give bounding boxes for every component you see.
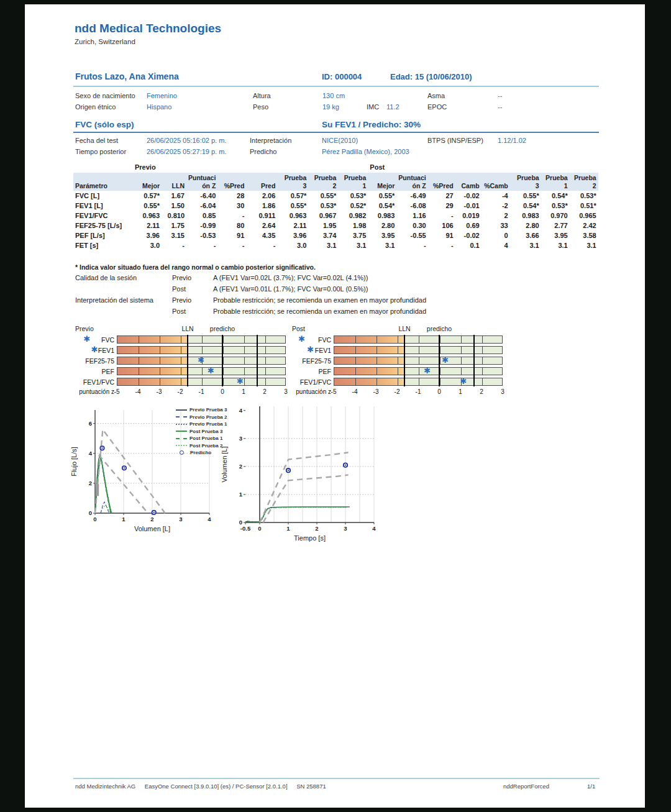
column-header: Puntuaci ón Z [396, 173, 427, 191]
patient-id: ID: 000004 [322, 72, 362, 81]
table-cell: 0.53* [338, 191, 368, 201]
cell-divider [482, 378, 483, 385]
section-title-fvc: FVC (sólo esp) [75, 120, 134, 129]
legend-item: Previo Prueba 1 [176, 421, 245, 428]
table-cell: 80 [217, 221, 246, 230]
parameter-name: FEF25-75 [L/s] [73, 221, 133, 230]
y-tick-label: 4 [89, 450, 93, 457]
axis-tick-label: 0 [221, 388, 224, 395]
zscore-row: FEV1✱ [292, 346, 504, 354]
system-interpretation-phase: Previo [172, 296, 191, 304]
predicho-marker-dot [153, 512, 155, 513]
x-tick-label: 1 [122, 516, 126, 522]
zscore-row: FEV1/FVC✱ [292, 378, 504, 386]
zscore-axis: puntuación z-5-4-3-2-10123 [292, 388, 507, 396]
table-cell: 0.53* [541, 201, 570, 211]
table-cell: 3.75 [338, 230, 368, 240]
cell-divider [419, 336, 419, 343]
y-tick-label: 2 [239, 463, 242, 470]
table-group-row: PrevioPost [73, 163, 598, 173]
axis-tick-label: -2 [178, 388, 183, 395]
cell-divider [202, 368, 203, 375]
column-header: Parámetro [73, 173, 133, 191]
legend-item: Post Prueba 1 [176, 435, 245, 442]
table-cell: 2.42 [570, 221, 598, 230]
weight-value: 19 kg [322, 103, 339, 111]
table-cell: 0.965 [570, 211, 598, 221]
table-cell: 0.967 [308, 211, 338, 221]
predicho-marker-dot [288, 470, 289, 471]
axis-tick-label: 3 [284, 388, 288, 395]
table-cell: 3.1 [541, 240, 570, 250]
table-cell: 0.810 [162, 211, 186, 221]
axis-tick-label: -5 [114, 388, 120, 395]
column-header: Mejor [368, 173, 396, 191]
session-quality-label: Calidad de la sesión [75, 274, 137, 281]
y-tick-label: 1 [239, 491, 243, 498]
cell-divider [160, 347, 160, 354]
cell-divider [244, 378, 245, 385]
cell-divider [398, 336, 398, 343]
table-cell: -0.01 [455, 201, 482, 211]
copd-label: EPOC [427, 103, 447, 111]
axis-tick-label: -3 [373, 388, 379, 395]
legend-marker-swatch [180, 450, 184, 455]
group-label-previo: Previo [133, 163, 368, 173]
table-cell: 0.963 [133, 211, 162, 221]
axis-tick-label: -5 [331, 388, 337, 395]
table-cell: -4 [482, 191, 510, 201]
table-cell: 0.53* [308, 201, 338, 211]
parameter-name: FET [s] [73, 240, 133, 250]
cell-divider [355, 378, 356, 385]
table-cell: 3.0 [133, 240, 162, 250]
table-cell: -0.99 [186, 221, 217, 230]
legend-line-swatch [176, 416, 187, 417]
x-tick-label: 1 [286, 525, 290, 532]
table-cell: - [428, 211, 455, 221]
patient-age: Edad: 15 (10/06/2010) [390, 72, 472, 81]
height-value: 130 cm [322, 92, 345, 99]
table-cell: 0.982 [338, 211, 368, 221]
zscore-chart-previo: PrevioLLNpredichoFVC✱FEV1✱FEF25-75✱PEF✱F… [75, 325, 290, 396]
cell-divider [482, 347, 483, 354]
footer-report-name: nddReportForced [503, 783, 549, 790]
y-tick-label: 0 [239, 519, 242, 526]
cell-divider [377, 378, 377, 385]
weight-label: Peso [253, 103, 268, 111]
system-interpretation-label: Interpretación del sistema [75, 296, 153, 304]
cell-divider [482, 357, 483, 364]
table-cell: 3.95 [368, 230, 396, 240]
table-cell: 0 [482, 230, 510, 240]
table-cell: -6.40 [186, 191, 217, 201]
results-table-wrap: PrevioPostParámetroMejorLLNPuntuaci ón Z… [73, 163, 598, 250]
zscore-axis-label: puntuación z [75, 388, 114, 395]
zscore-bar: ✱ [117, 367, 286, 375]
copd-value: -- [498, 103, 502, 111]
cell-divider [377, 336, 377, 343]
table-cell: - [246, 240, 277, 250]
x-tick-label: -0.5 [240, 525, 251, 532]
column-header: Prueba 2 [570, 173, 598, 191]
table-cell: 0.1 [455, 240, 482, 250]
column-header: Puntuaci ón Z [186, 173, 217, 191]
zscore-star-marker: ✱ [237, 376, 244, 386]
cell-divider [139, 378, 139, 385]
cell-divider [139, 357, 139, 364]
column-header: Prueba 2 [308, 173, 338, 191]
zscore-star-marker: ✱ [460, 376, 467, 386]
legend-line-swatch [176, 424, 187, 425]
x-tick-label: 4 [208, 516, 211, 522]
table-cell: 3.95 [541, 230, 570, 240]
height-label: Altura [253, 92, 271, 99]
table-cell: 3.96 [133, 230, 162, 240]
table-cell: 3.1 [368, 240, 396, 250]
cell-divider [398, 357, 398, 364]
btps-label: BTPS (INSP/ESP) [427, 137, 483, 144]
zscore-bar: ✱ [334, 378, 503, 386]
table-cell: 3.1 [308, 240, 338, 250]
cell-divider [377, 357, 377, 364]
session-quality-phase: Post [172, 285, 186, 293]
table-cell: 0.69 [455, 221, 482, 230]
column-header: %Pred [428, 173, 455, 191]
zchart-title: Previo [75, 325, 94, 332]
